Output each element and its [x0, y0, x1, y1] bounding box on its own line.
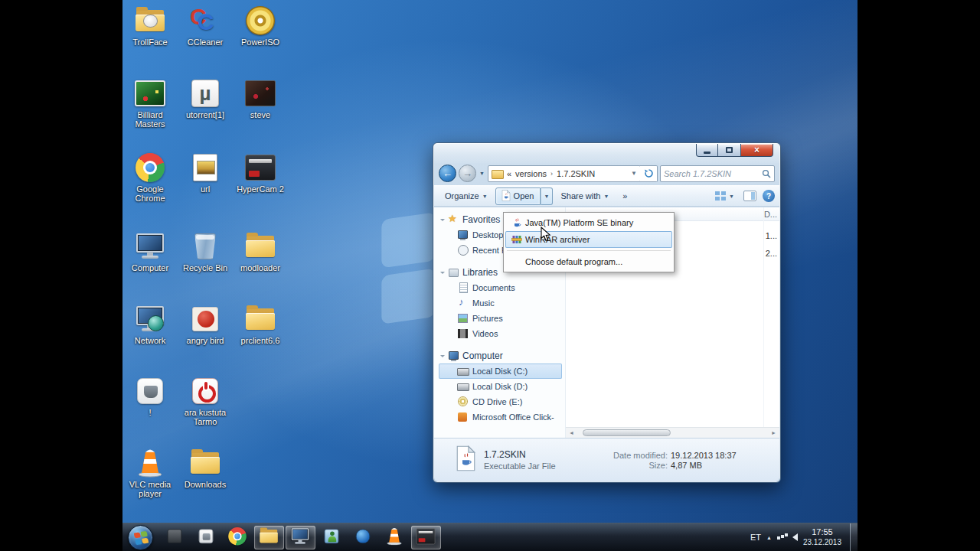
desktop-icon-poweriso[interactable]: PowerISO [234, 6, 286, 47]
desktop-icon-item[interactable]: ! [124, 377, 176, 417]
menu-item-choose-default-program[interactable]: Choose default program... [505, 253, 672, 270]
letterbox-right [858, 0, 980, 551]
scroll-left-icon[interactable]: ◄ [566, 430, 577, 435]
desktop-icon-label: steve [234, 110, 286, 119]
minimize-button[interactable] [696, 144, 718, 157]
nav-item-cd-drive-e[interactable]: CD Drive (E:) [439, 394, 562, 409]
computer-sm-icon [448, 350, 459, 361]
desktop-icon-billiard-masters[interactable]: Billiard Masters [124, 79, 176, 129]
share-with-button[interactable]: Share with▼ [554, 188, 615, 204]
desktop-icon-steve[interactable]: steve [234, 79, 286, 119]
menu-item-java-tm-platform-se-binary[interactable]: Java(TM) Platform SE binary [505, 214, 672, 231]
back-arrow-icon: ← [443, 168, 452, 178]
desktop-icon-utorrent-1[interactable]: µutorrent[1] [179, 79, 231, 119]
clock-date: 23.12.2013 [803, 537, 841, 547]
taskbar-button-app-white[interactable] [191, 526, 221, 549]
back-button[interactable]: ← [439, 165, 456, 182]
expand-arrow-icon[interactable] [440, 219, 445, 223]
language-indicator[interactable]: ET [750, 533, 761, 542]
open-button[interactable]: Open [495, 187, 541, 205]
network-icon[interactable] [777, 533, 787, 541]
desktop-icon-recycle-bin[interactable]: Recycle Bin [179, 232, 231, 272]
desktop-icon-vlc-media-player[interactable]: VLC media player [124, 448, 176, 498]
taskbar-button-app-blue[interactable] [348, 526, 378, 549]
expand-arrow-icon[interactable] [440, 272, 445, 276]
desktop-icon-label: url [179, 184, 231, 194]
refresh-button[interactable] [640, 165, 658, 182]
open-dropdown-button[interactable]: ▼ [541, 187, 554, 205]
desktop-icon-hypercam-2[interactable]: HyperCam 2 [234, 153, 286, 194]
address-bar[interactable]: « versions › 1.7.2SKIN ▼ [488, 165, 641, 182]
command-bar: Organize▼ Open ▼ Share with▼ » ▼ [434, 185, 779, 207]
preview-pane-button[interactable] [743, 191, 756, 201]
organize-button[interactable]: Organize▼ [439, 188, 494, 204]
desktop-icon-label: modloader [234, 263, 286, 272]
utorrent-1-icon: µ [189, 79, 221, 108]
show-desktop-button[interactable] [850, 523, 858, 551]
hidden-icons-button[interactable]: ▲ [766, 535, 772, 540]
desktop-icon-label: HyperCam 2 [234, 184, 286, 194]
nav-item-music[interactable]: Music [439, 295, 562, 311]
desktop-icon-label: utorrent[1] [179, 110, 231, 119]
desktop-icon-label: Recycle Bin [179, 263, 231, 272]
help-button[interactable]: ? [763, 190, 775, 202]
taskbar-button-chrome[interactable] [223, 526, 253, 549]
taskbar-button-messenger[interactable] [317, 526, 347, 549]
nav-item-videos[interactable]: Videos [439, 326, 562, 341]
desktop-icon-network[interactable]: Network [124, 305, 176, 345]
forward-button[interactable]: → [459, 165, 476, 182]
doc-icon [457, 282, 469, 293]
desktop-icon-trollface[interactable]: TrollFace [124, 6, 176, 47]
maximize-button[interactable] [718, 144, 740, 157]
nav-item-documents[interactable]: Documents [439, 280, 562, 295]
desktop-icon-modloader[interactable]: modloader [234, 232, 286, 272]
desktop-icon-angry-bird[interactable]: angry bird [179, 305, 231, 345]
taskbar-button-monitor[interactable] [286, 526, 315, 549]
clock[interactable]: 17:55 23.12.2013 [803, 527, 844, 547]
taskbar-button-hypercam[interactable] [411, 526, 441, 549]
nav-item-local-disk-d[interactable]: Local Disk (D:) [439, 379, 562, 394]
breadcrumb-parent[interactable]: versions [515, 169, 547, 178]
column-header-date[interactable]: D... [764, 210, 777, 219]
nav-item-microsoft-office-click[interactable]: Microsoft Office Click- [439, 409, 562, 425]
desktop-icon-ara-kustuta-tarmo[interactable]: ara kustuta Tarmo [179, 377, 231, 426]
modloader-icon [244, 232, 276, 261]
desktop-icon-google-chrome[interactable]: Google Chrome [124, 153, 176, 203]
close-button[interactable]: × [740, 144, 773, 157]
expand-arrow-icon[interactable] [440, 355, 445, 360]
menu-item-winrar-archiver[interactable]: WinRAR archiver [505, 231, 672, 248]
scroll-right-icon[interactable]: ► [768, 430, 779, 435]
desktop-icon-url[interactable]: url [179, 153, 231, 194]
taskbar-buttons [159, 523, 442, 551]
search-box[interactable] [660, 165, 775, 182]
nav-group-computer[interactable]: Computer [439, 348, 565, 364]
desktop-icon-computer[interactable]: Computer [124, 232, 176, 272]
scrollbar-thumb[interactable] [583, 429, 671, 436]
nav-item-local-disk-c[interactable]: Local Disk (C:) [439, 364, 562, 379]
scrollbar-track[interactable] [577, 428, 768, 438]
views-button[interactable]: ▼ [712, 189, 737, 204]
history-dropdown-icon[interactable]: ▼ [479, 171, 485, 176]
breadcrumb-overflow[interactable]: « [507, 169, 511, 178]
desktop-icon-prclient6-6[interactable]: prclient6.6 [234, 305, 286, 345]
taskbar: ET ▲ 17:55 23.12.2013 [122, 523, 858, 551]
computer-icon [134, 232, 166, 261]
breadcrumb-current[interactable]: 1.7.2SKIN [557, 169, 595, 178]
system-tray: ET ▲ 17:55 23.12.2013 [750, 523, 858, 551]
desktop-icon-downloads[interactable]: Downloads [179, 448, 231, 489]
ara-kustuta-tarmo-icon [189, 377, 221, 406]
nav-item-pictures[interactable]: Pictures [439, 311, 562, 326]
start-button[interactable] [128, 525, 153, 550]
desktop-icon-label: prclient6.6 [234, 336, 286, 345]
search-input[interactable] [664, 169, 762, 178]
disk-icon [457, 366, 469, 377]
taskbar-button-app-dark[interactable] [160, 526, 190, 549]
volume-icon[interactable] [792, 533, 798, 541]
toolbar-overflow-button[interactable]: » [616, 188, 633, 204]
vid-icon [457, 328, 469, 339]
horizontal-scrollbar[interactable]: ◄ ► [566, 427, 779, 438]
taskbar-button-folder[interactable] [254, 526, 284, 549]
taskbar-button-vlc[interactable] [380, 526, 410, 549]
address-dropdown-icon[interactable]: ▼ [631, 170, 637, 177]
desktop-icon-ccleaner[interactable]: CCCCleaner [179, 6, 231, 47]
